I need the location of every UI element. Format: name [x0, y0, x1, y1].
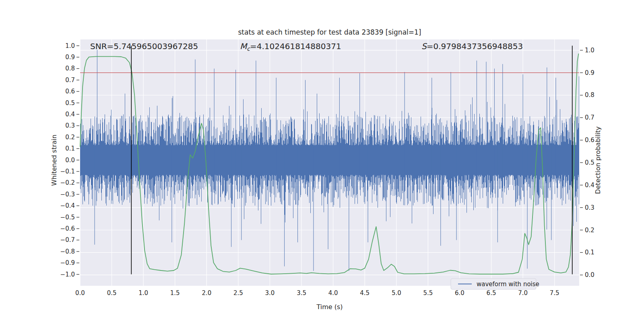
annotation-chirp-mass: Mc=4.102461814880371	[240, 41, 341, 52]
left-tick-label: 1.0	[65, 42, 75, 50]
left-tick-label: 0.4	[65, 111, 75, 118]
legend-label: waveform with noise	[477, 281, 539, 288]
annotation-mc-value: =4.102461814880371	[250, 41, 341, 51]
left-tick-label: −0.1	[60, 168, 75, 175]
x-tick-label: 0.5	[107, 289, 117, 297]
annotation-mc-symbol: M	[240, 41, 248, 51]
left-tick-label: 0.8	[65, 65, 75, 72]
left-tick-label: −0.6	[60, 225, 75, 232]
x-tick-label: 5.0	[392, 289, 401, 297]
right-tick-label: 0.1	[585, 249, 594, 256]
right-tick-label: 0.9	[585, 69, 594, 76]
right-tick-label: 0.5	[585, 159, 594, 166]
left-tick-label: 0.1	[65, 145, 75, 152]
right-axis-label: Detection probability	[594, 126, 602, 194]
x-tick-label: 6.5	[487, 289, 496, 297]
x-axis-label: Time (s)	[316, 303, 343, 311]
x-tick-label: 1.5	[170, 289, 180, 297]
x-tick-label: 1.0	[138, 289, 148, 297]
right-tick-label: 0.6	[585, 136, 594, 144]
x-tick-label: 6.0	[455, 289, 464, 297]
left-axis-label: Whitened strain	[50, 134, 58, 186]
x-tick-label: 3.0	[265, 289, 275, 297]
x-tick-label: 0.0	[75, 289, 85, 297]
left-tick-label: 0.6	[65, 88, 75, 95]
left-tick-label: 0.3	[65, 122, 75, 129]
right-tick-label: 0.7	[585, 114, 594, 121]
left-tick-label: −0.8	[60, 248, 75, 255]
left-tick-label: 0.2	[65, 134, 75, 141]
annotation-s-value: =0.9798437356948853	[427, 41, 523, 51]
right-tick-label: 0.8	[585, 91, 594, 99]
left-tick-label: 0.5	[65, 99, 75, 107]
left-tick-label: −0.2	[60, 179, 75, 186]
left-tick-label: −0.5	[60, 214, 75, 221]
right-tick-label: 0.3	[585, 204, 594, 211]
x-tick-label: 7.0	[518, 289, 528, 297]
x-tick-label: 2.5	[233, 289, 243, 297]
right-tick-label: 0.2	[585, 227, 594, 234]
x-tick-label: 4.5	[360, 289, 369, 297]
chart-svg: 1.00.90.80.70.60.50.40.30.20.10.0−0.1−0.…	[0, 0, 644, 322]
left-tick-label: −1.0	[60, 271, 75, 278]
left-tick-label: 0.0	[65, 157, 75, 164]
x-tick-label: 3.5	[297, 289, 306, 297]
left-tick-label: −0.7	[60, 236, 75, 244]
left-tick-label: −0.9	[60, 259, 75, 266]
legend: waveform with noise	[451, 279, 539, 289]
annotation-snr: SNR=5.745965003967285	[90, 41, 198, 51]
x-tick-label: 5.5	[423, 289, 433, 297]
left-tick-label: −0.3	[60, 191, 75, 198]
left-tick-label: −0.4	[60, 202, 75, 209]
x-tick-label: 2.0	[202, 289, 211, 297]
right-tick-label: 0.4	[585, 182, 594, 189]
annotation-significance: S=0.9798437356948853	[421, 41, 523, 51]
left-tick-label: 0.7	[65, 76, 75, 84]
x-tick-label: 4.0	[328, 289, 338, 297]
x-tick-label: 7.5	[550, 289, 559, 297]
right-tick-label: 1.0	[585, 47, 594, 54]
left-tick-label: 0.9	[65, 54, 75, 61]
right-tick-label: 0.0	[585, 271, 594, 279]
figure: 1.00.90.80.70.60.50.40.30.20.10.0−0.1−0.…	[0, 0, 644, 322]
chart-title: stats at each timestep for test data 238…	[238, 28, 421, 36]
